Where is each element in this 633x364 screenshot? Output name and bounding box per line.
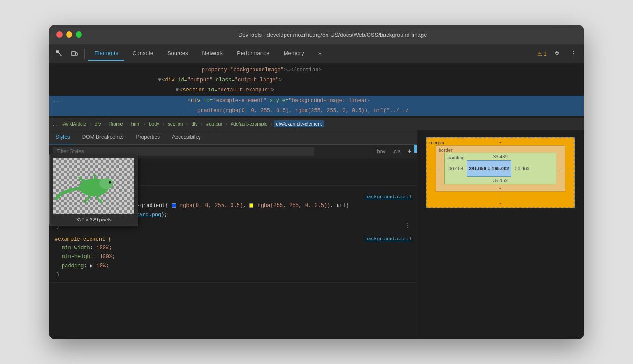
minimize-button[interactable]: [66, 32, 72, 38]
tab-properties[interactable]: Properties: [130, 130, 166, 144]
warning-count: 1: [544, 51, 547, 57]
margin-dash-bottom: -: [427, 199, 574, 207]
svg-rect-2: [76, 53, 77, 55]
html-line-selected[interactable]: ... <div id="example-element" style="bac…: [49, 96, 584, 106]
filter-controls: :hov .cls +: [318, 147, 413, 156]
box-model-container: margin - - border - -: [417, 130, 584, 339]
breadcrumb-default-example[interactable]: #default-example: [228, 120, 270, 127]
margin-bottom-value: -: [427, 192, 574, 199]
tab-accessibility[interactable]: Accessibility: [166, 130, 207, 144]
devtools-toolbar: Elements Console Sources Network Perform…: [49, 44, 584, 63]
breadcrumb-bar: ... #wikiArticle › div › iframe › html ›…: [49, 118, 584, 130]
css-source-bg[interactable]: background.css:1: [365, 235, 411, 244]
html-line[interactable]: property="backgroundImage">…</section>: [49, 65, 584, 75]
border-top-value: -: [436, 146, 565, 153]
margin-row: - border - -: [427, 145, 574, 192]
min-height-line: min-height: 100%;: [55, 252, 411, 261]
breadcrumb-html[interactable]: html: [129, 120, 143, 127]
html-panel: property="backgroundImage">…</section> ▼…: [49, 63, 584, 118]
tab-network[interactable]: Network: [196, 46, 229, 61]
padding-right: 36.469: [511, 160, 533, 177]
svg-rect-1: [71, 52, 76, 55]
right-panel: margin - - border - -: [417, 130, 584, 339]
border-box: border - - padding 36.469: [436, 145, 566, 192]
breadcrumb-output[interactable]: #output: [204, 120, 225, 127]
window-title: DevTools - developer.mozilla.org/en-US/d…: [89, 32, 577, 38]
warning-icon: ⚠: [537, 51, 542, 57]
more-options-icon[interactable]: ⋮: [567, 47, 580, 60]
toolbar-separator: [84, 49, 85, 59]
html-line-selected-cont[interactable]: gradient(rgba(0, 0, 255, 0.5), rgba(255,…: [49, 106, 584, 116]
html-line[interactable]: ▼ <section id="default-example" >: [49, 85, 584, 95]
warning-badge[interactable]: ⚠ 1: [537, 51, 547, 57]
tab-memory[interactable]: Memory: [278, 46, 310, 61]
traffic-lights: [56, 32, 82, 38]
padding-left: 36.469: [445, 160, 467, 177]
property-value-bg: linear-gradient( rgba(0, 0, 255, 0.5), r…: [118, 201, 349, 210]
final-brace: }: [55, 270, 411, 279]
border-label: border: [439, 147, 453, 153]
cls-button[interactable]: .cls: [391, 147, 402, 155]
breadcrumb-iframe[interactable]: iframe: [107, 120, 126, 127]
panel-tabs: Styles DOM Breakpoints Properties Access…: [49, 130, 417, 145]
padding-line: padding: ▶ 10%;: [55, 262, 411, 270]
min-width-line: min-width: 100%;: [55, 244, 411, 252]
blue-swatch[interactable]: [172, 203, 176, 208]
hov-button[interactable]: :hov: [374, 147, 387, 155]
tab-dom-breakpoints[interactable]: DOM Breakpoints: [76, 130, 130, 144]
tab-more[interactable]: »: [312, 46, 327, 61]
breadcrumb-example-element[interactable]: div#example-element: [274, 120, 325, 127]
padding-box: padding 36.469 36.469 291.859 × 195.062: [444, 153, 556, 184]
breadcrumb-wikiarticle[interactable]: #wikiArticle: [60, 120, 89, 127]
tab-elements[interactable]: Elements: [88, 46, 124, 61]
breadcrumb-body[interactable]: body: [146, 120, 162, 127]
toolbar-right: ⚠ 1 ⋮: [537, 47, 580, 60]
more-options-dots[interactable]: ⋮: [403, 221, 411, 231]
left-panel: Styles DOM Breakpoints Properties Access…: [49, 130, 417, 339]
content-dimensions: 291.859 × 195.062: [469, 166, 509, 171]
example-element-rule-header: #example-element { background.css:1: [55, 235, 411, 244]
breadcrumb-div2[interactable]: div: [189, 120, 200, 127]
devtools-main: property="backgroundImage">…</section> ▼…: [49, 63, 584, 339]
image-preview: [53, 158, 134, 214]
border-left: -: [436, 153, 445, 184]
margin-label: margin: [429, 140, 444, 145]
scroll-indicator: [414, 145, 417, 171]
responsive-icon[interactable]: [68, 47, 81, 60]
css-source-link[interactable]: background.css:1: [365, 193, 411, 201]
id-selector: #example-element {: [55, 235, 112, 244]
styles-content: :hov .cls + element { }: [49, 145, 417, 339]
tab-performance[interactable]: Performance: [231, 46, 275, 61]
border-right: -: [556, 153, 565, 184]
html-line[interactable]: ▼ <div id="output" class="output large" …: [49, 75, 584, 85]
padding-wrapper: padding 36.469 36.469 291.859 × 195.062: [444, 153, 556, 184]
tab-styles[interactable]: Styles: [49, 130, 76, 144]
breadcrumb-div1[interactable]: div: [92, 120, 104, 127]
close-button[interactable]: [56, 32, 63, 38]
tab-sources[interactable]: Sources: [161, 46, 194, 61]
svg-point-4: [99, 178, 113, 189]
plus-button[interactable]: +: [406, 147, 413, 156]
settings-icon[interactable]: [550, 47, 563, 60]
lower-section: Styles DOM Breakpoints Properties Access…: [49, 130, 584, 339]
border-wrapper: border - - padding 36.469: [436, 145, 566, 192]
border-bottom-value: -: [436, 184, 565, 191]
inspector-icon[interactable]: [53, 47, 66, 60]
padding-bottom-value: 36.469: [445, 177, 556, 184]
maximize-button[interactable]: [76, 32, 82, 38]
tab-console[interactable]: Console: [126, 46, 159, 61]
margin-box: margin - - border - -: [426, 137, 575, 208]
padding-label: padding: [447, 155, 464, 160]
content-box: 291.859 × 195.062: [467, 160, 511, 177]
margin-right: -: [565, 145, 574, 192]
devtools-window: DevTools - developer.mozilla.org/en-US/d…: [49, 25, 584, 339]
image-dimensions: 320 × 229 pixels: [53, 217, 134, 222]
margin-top-value: -: [427, 138, 574, 145]
breadcrumb-section[interactable]: section: [165, 120, 186, 127]
yellow-swatch[interactable]: [249, 203, 253, 208]
border-row: - padding 36.469 36.469: [436, 153, 565, 184]
margin-left: -: [427, 145, 436, 192]
title-bar: DevTools - developer.mozilla.org/en-US/d…: [49, 25, 584, 44]
padding-row: 36.469 291.859 × 195.062 36.469: [445, 160, 556, 177]
breadcrumb-dots: ...: [53, 121, 57, 126]
